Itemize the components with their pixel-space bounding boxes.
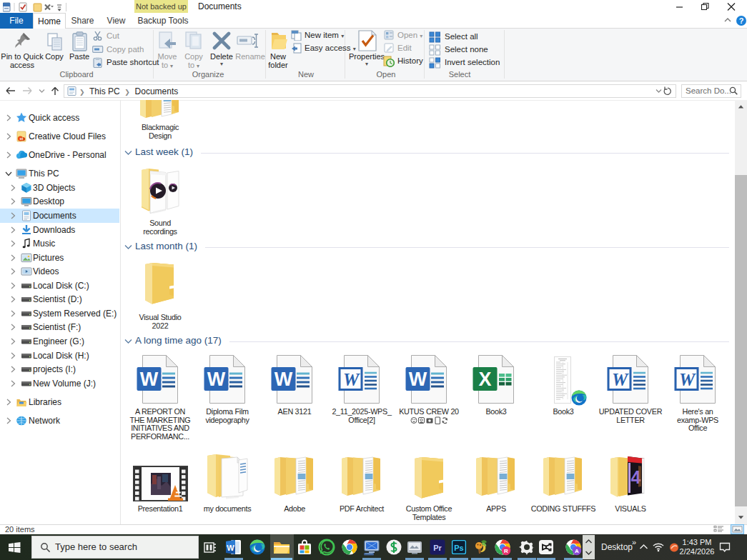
svg-text:W: W bbox=[409, 369, 427, 390]
svg-text:Pr: Pr bbox=[433, 544, 442, 552]
svg-text:A: A bbox=[575, 548, 579, 554]
svg-text:st: st bbox=[20, 136, 24, 141]
svg-text:W: W bbox=[274, 369, 293, 390]
svg-text:W: W bbox=[140, 369, 159, 390]
svg-text:W: W bbox=[679, 370, 696, 389]
svg-text:W: W bbox=[343, 370, 360, 389]
svg-text:R: R bbox=[504, 548, 508, 554]
svg-text:?: ? bbox=[739, 16, 744, 25]
svg-text:W: W bbox=[227, 544, 234, 552]
svg-text:W: W bbox=[612, 370, 629, 389]
svg-text:X: X bbox=[478, 369, 491, 390]
svg-text:W: W bbox=[207, 369, 226, 390]
svg-text:Ps: Ps bbox=[454, 544, 463, 552]
